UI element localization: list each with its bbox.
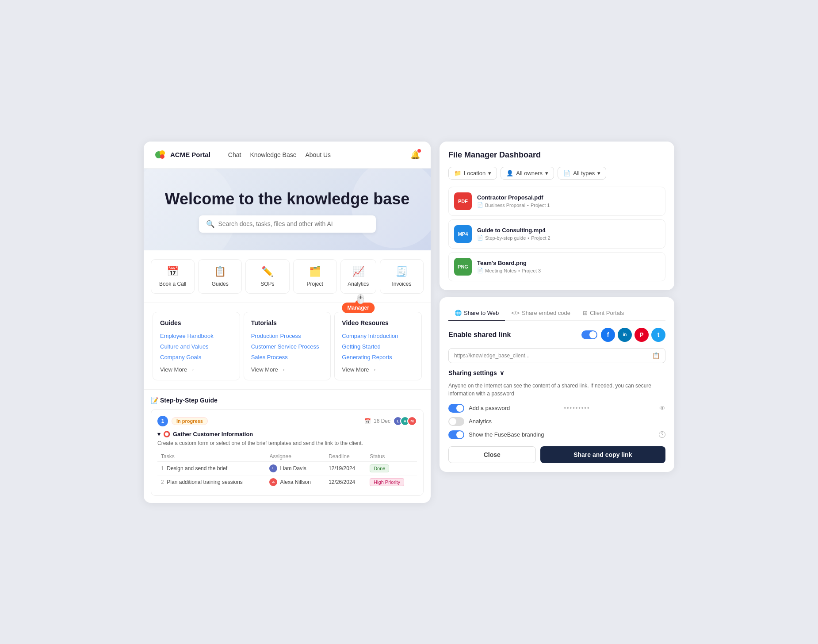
video-view-more[interactable]: View More → xyxy=(342,366,414,373)
file-doc-icon-1: 📄 xyxy=(477,235,483,241)
video-link-1[interactable]: Getting Started xyxy=(342,343,380,350)
col-tasks: Tasks xyxy=(157,452,266,462)
file-thumb-png: PNG xyxy=(454,258,472,276)
chevron-down-icon-3: ▾ xyxy=(597,170,600,176)
password-toggle[interactable] xyxy=(448,404,464,413)
twitter-share-button[interactable]: t xyxy=(651,328,665,342)
video-link-2[interactable]: Generating Reports xyxy=(342,354,392,360)
setting-analytics-row: Analytics xyxy=(448,417,665,426)
copy-icon[interactable]: 📋 xyxy=(652,352,660,359)
table-row: 1 Design and send the brief L Liam Davis… xyxy=(157,461,417,475)
file-manager-panel: File Manager Dashboard 📁 Location ▾ 👤 Al… xyxy=(440,142,674,290)
kb-header: ACME Portal Chat Knowledge Base About Us… xyxy=(144,142,431,169)
nav-knowledge-base[interactable]: Knowledge Base xyxy=(250,151,296,158)
file-meta-1: 📄 Step-by-step guide • Project 2 xyxy=(477,235,660,241)
file-info-1: Guide to Consulting.mp4 📄 Step-by-step g… xyxy=(477,227,660,241)
code-icon: </> xyxy=(511,310,520,316)
tutorial-link-0[interactable]: Production Process xyxy=(251,333,301,339)
qa-project[interactable]: 🗂️ Project xyxy=(293,259,337,294)
guides-list: Employee Handbook Culture and Values Com… xyxy=(160,332,233,361)
tutorial-link-2[interactable]: Sales Process xyxy=(251,354,288,360)
guide-link-1[interactable]: Culture and Values xyxy=(160,343,209,350)
avatar-3: M xyxy=(407,416,417,426)
share-copy-link-button[interactable]: Share and copy link xyxy=(540,446,665,463)
qa-guides-label: Guides xyxy=(212,281,229,287)
invoices-icon: 🧾 xyxy=(396,266,408,277)
file-item-1[interactable]: MP4 Guide to Consulting.mp4 📄 Step-by-st… xyxy=(448,219,665,249)
setting-password-row: Add a password ••••••••• 👁 xyxy=(448,404,665,413)
branding-toggle[interactable] xyxy=(448,430,464,439)
tutorial-link-1[interactable]: Customer Service Process xyxy=(251,343,319,350)
assignee-cell-1: L Liam Davis xyxy=(269,464,321,472)
file-meta-0: 📄 Business Proposal • Project 1 xyxy=(477,202,660,208)
qa-sops[interactable]: ✏️ SOPs xyxy=(245,259,289,294)
close-button[interactable]: Close xyxy=(448,446,536,463)
nav-chat[interactable]: Chat xyxy=(228,151,241,158)
row2-status: High Priority xyxy=(370,478,404,486)
row1-task: Design and send the brief xyxy=(167,465,227,472)
step-number: 1 xyxy=(157,416,168,426)
qa-book-call[interactable]: 📅 Book a Call xyxy=(151,259,195,294)
password-value: ••••••••• xyxy=(564,405,655,411)
filter-owners[interactable]: 👤 All owners ▾ xyxy=(501,167,554,180)
main-container: ACME Portal Chat Knowledge Base About Us… xyxy=(144,142,674,503)
quick-access-bar: 📅 Book a Call 📋 Guides ✏️ SOPs 🗂️ Projec… xyxy=(144,250,431,303)
tab-client-portals[interactable]: ⊞ Client Portals xyxy=(577,306,630,321)
chevron-down-icon: ▾ xyxy=(488,170,491,176)
notifications-button[interactable]: 🔔 xyxy=(410,150,420,160)
sops-icon: ✏️ xyxy=(261,266,273,277)
tab-share-embed[interactable]: </> Share embed code xyxy=(505,306,577,321)
file-thumb-pdf: PDF xyxy=(454,192,472,210)
tutorials-section: Tutorials Production Process Customer Se… xyxy=(244,312,331,380)
filter-types[interactable]: 📄 All types ▾ xyxy=(558,167,606,180)
file-meta-2: 📄 Meeting Notes • Project 3 xyxy=(477,268,660,273)
file-item-2[interactable]: PNG Team's Board.png 📄 Meeting Notes • P… xyxy=(448,252,665,281)
assignee-avatar-2: A xyxy=(269,478,277,486)
enable-shared-link-row: Enable shared link f in P t xyxy=(448,328,665,342)
tab-share-to-web[interactable]: 🌐 Share to Web xyxy=(448,306,505,321)
file-item-0[interactable]: PDF Contractor Proposal.pdf 📄 Business P… xyxy=(448,187,665,216)
arrow-right-icon-2: → xyxy=(280,366,286,373)
eye-icon[interactable]: 👁 xyxy=(659,405,665,412)
analytics-toggle[interactable] xyxy=(448,417,464,426)
file-name-2: Team's Board.png xyxy=(477,260,660,266)
social-icons: f in P t xyxy=(601,328,665,342)
file-name-1: Guide to Consulting.mp4 xyxy=(477,227,660,234)
facebook-share-button[interactable]: f xyxy=(601,328,615,342)
branding-label: Show the FuseBase branding xyxy=(469,431,654,438)
calendar-icon: 📅 xyxy=(364,418,371,424)
sharing-settings-header[interactable]: Sharing settings ∨ xyxy=(448,369,665,376)
row1-status: Done xyxy=(370,464,389,472)
file-doc-icon-2: 📄 xyxy=(477,268,483,273)
help-icon[interactable]: ? xyxy=(659,431,665,438)
share-link-input[interactable] xyxy=(454,353,649,359)
content-sections: Guides Employee Handbook Culture and Val… xyxy=(144,303,431,390)
main-nav: Chat Knowledge Base About Us xyxy=(228,151,331,158)
folder-icon: 📁 xyxy=(454,170,461,176)
file-info-2: Team's Board.png 📄 Meeting Notes • Proje… xyxy=(477,260,660,273)
col-deadline: Deadline xyxy=(325,452,366,462)
step-guide-title: 📝 Step-by-Step Guide xyxy=(151,397,424,404)
qa-book-call-label: Book a Call xyxy=(159,281,186,287)
search-input[interactable] xyxy=(218,220,369,227)
qa-invoices[interactable]: 🧾 Invoices xyxy=(380,259,424,294)
qa-guides[interactable]: 📋 Guides xyxy=(198,259,242,294)
expand-icon: ▾ xyxy=(157,431,161,437)
tutorials-title: Tutorials xyxy=(251,319,324,326)
guide-link-2[interactable]: Company Goals xyxy=(160,354,201,360)
guides-section: Guides Employee Handbook Culture and Val… xyxy=(153,312,240,380)
row2-deadline: 12/26/2024 xyxy=(325,475,366,489)
pinterest-share-button[interactable]: P xyxy=(635,328,649,342)
video-link-0[interactable]: Company Introduction xyxy=(342,333,398,339)
nav-about-us[interactable]: About Us xyxy=(306,151,331,158)
qa-analytics[interactable]: 📈 Analytics xyxy=(340,259,376,294)
filter-location[interactable]: 📁 Location ▾ xyxy=(448,167,497,180)
guide-link-0[interactable]: Employee Handbook xyxy=(160,333,214,339)
video-section: Video Resoures Company Introduction Gett… xyxy=(334,312,422,380)
guides-view-more[interactable]: View More → xyxy=(160,366,233,373)
analytics-setting-label: Analytics xyxy=(469,418,665,425)
linkedin-share-button[interactable]: in xyxy=(618,328,632,342)
tutorials-view-more[interactable]: View More → xyxy=(251,366,324,373)
search-icon: 🔍 xyxy=(206,220,215,228)
enable-link-toggle[interactable] xyxy=(581,330,597,339)
